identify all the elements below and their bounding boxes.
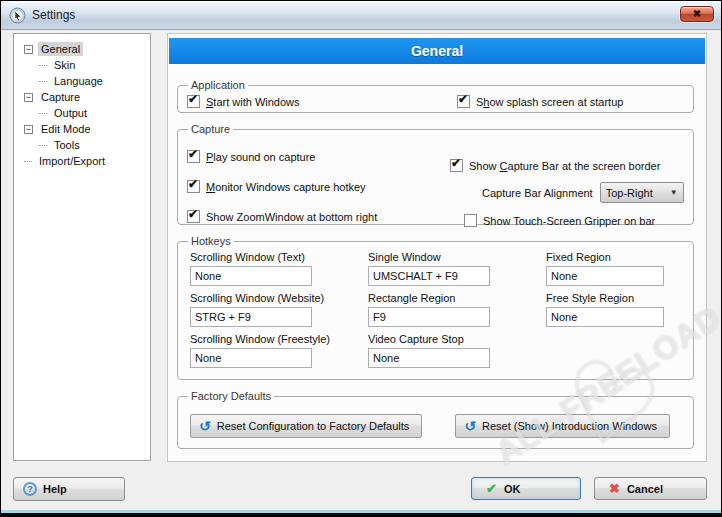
- capture-group-legend: Capture: [188, 123, 233, 135]
- hotkey-label: Free Style Region: [546, 292, 685, 304]
- tree-item-label: Edit Mode: [38, 122, 94, 136]
- ok-check-icon: ✔: [486, 481, 497, 496]
- dialog-content: − General Skin Language − Capture Output…: [1, 30, 721, 513]
- tree-connector: [39, 81, 47, 82]
- collapse-icon[interactable]: −: [24, 125, 33, 134]
- button-label: Reset (Show) Introduction Windows: [482, 420, 657, 432]
- hotkey-label: Single Window: [368, 251, 546, 263]
- tree-item-import-export[interactable]: Import/Export: [14, 153, 150, 169]
- button-label: OK: [504, 483, 521, 495]
- tree-item-label: Skin: [51, 58, 78, 72]
- check-icon: ✔: [458, 92, 468, 106]
- check-icon: ✔: [188, 207, 198, 221]
- tree-item-edit-mode[interactable]: − Edit Mode: [14, 121, 150, 137]
- reset-icon: ↺: [199, 419, 211, 433]
- hotkey-field-scrolling-text: Scrolling Window (Text): [190, 251, 368, 286]
- checkbox-box: ✔: [187, 150, 200, 163]
- application-group: Application ✔ Start with Windows ✔ Show …: [177, 79, 694, 113]
- hotkey-input-single-window[interactable]: [368, 266, 490, 286]
- collapse-icon[interactable]: −: [24, 45, 33, 54]
- close-button[interactable]: ✖: [680, 6, 714, 22]
- check-icon: ✔: [451, 156, 461, 170]
- checkbox-box: ✔: [457, 95, 470, 108]
- hotkey-input-scrolling-freestyle[interactable]: [190, 348, 312, 368]
- hotkey-field-scrolling-website: Scrolling Window (Website): [190, 292, 368, 327]
- checkbox-box: ✔: [187, 95, 200, 108]
- checkbox-play-sound[interactable]: ✔ Play sound on capture: [187, 148, 377, 165]
- tree-item-general[interactable]: − General: [14, 41, 150, 57]
- hotkey-input-free-style-region[interactable]: [546, 307, 664, 327]
- tree-item-output[interactable]: Output: [14, 105, 150, 121]
- factory-defaults-legend: Factory Defaults: [188, 390, 274, 402]
- check-icon: ✔: [188, 177, 198, 191]
- tree-item-label: Import/Export: [36, 154, 108, 168]
- check-icon: ✔: [188, 92, 198, 106]
- reset-introduction-windows-button[interactable]: ↺ Reset (Show) Introduction Windows: [455, 414, 670, 438]
- hotkey-input-scrolling-website[interactable]: [190, 307, 312, 327]
- checkbox-box: ✔: [187, 180, 200, 193]
- hotkey-field-video-capture-stop: Video Capture Stop: [368, 333, 546, 368]
- tree-connector: [24, 161, 32, 162]
- window-bottom-edge: [1, 510, 721, 513]
- reset-icon: ↺: [464, 419, 476, 433]
- hotkey-label: Rectangle Region: [368, 292, 546, 304]
- checkbox-box: ✔: [450, 159, 463, 172]
- app-icon: [9, 7, 26, 24]
- checkbox-label: Show Capture Bar at the screen border: [469, 160, 660, 172]
- button-label: Cancel: [627, 483, 663, 495]
- checkbox-monitor-hotkey[interactable]: ✔ Monitor Windows capture hotkey: [187, 178, 377, 195]
- hotkey-input-video-capture-stop[interactable]: [368, 348, 490, 368]
- tree-item-label: Output: [51, 106, 90, 120]
- help-button[interactable]: ? Help: [13, 477, 125, 501]
- settings-window: Settings ✖ − General Skin Language − Cap…: [0, 0, 722, 517]
- checkbox-show-zoomwindow[interactable]: ✔ Show ZoomWindow at bottom right: [187, 208, 377, 225]
- tree-item-label: General: [38, 42, 83, 56]
- settings-tree: − General Skin Language − Capture Output…: [13, 33, 151, 461]
- cancel-button[interactable]: ✖ Cancel: [594, 477, 707, 500]
- tree-item-skin[interactable]: Skin: [14, 57, 150, 73]
- title-bar[interactable]: Settings ✖: [1, 1, 721, 30]
- tree-connector: [39, 65, 47, 66]
- tree-item-label: Tools: [51, 138, 83, 152]
- hotkeys-group: Hotkeys Scrolling Window (Text) Single W…: [177, 235, 694, 380]
- tree-item-capture[interactable]: − Capture: [14, 89, 150, 105]
- dropdown-value: Top-Right: [606, 187, 653, 199]
- tree-connector: [39, 113, 47, 114]
- close-icon: ✖: [693, 9, 701, 19]
- hotkey-input-fixed-region[interactable]: [546, 266, 664, 286]
- cancel-x-icon: ✖: [609, 481, 620, 496]
- checkbox-touch-screen-gripper[interactable]: ✔ Show Touch-Screen Gripper on bar: [464, 212, 684, 229]
- capture-bar-alignment-select[interactable]: Top-Right ▼: [600, 182, 684, 203]
- tree-item-tools[interactable]: Tools: [14, 137, 150, 153]
- hotkey-field-fixed-region: Fixed Region: [546, 251, 685, 286]
- hotkey-label: Scrolling Window (Freestyle): [190, 333, 368, 345]
- tree-item-language[interactable]: Language: [14, 73, 150, 89]
- button-label: Help: [43, 483, 67, 495]
- hotkey-field-rectangle-region: Rectangle Region: [368, 292, 546, 327]
- check-icon: ✔: [188, 147, 198, 161]
- hotkey-field-scrolling-freestyle: Scrolling Window (Freestyle): [190, 333, 368, 368]
- checkbox-show-splash-screen[interactable]: ✔ Show splash screen at startup: [457, 93, 623, 110]
- hotkey-input-scrolling-text[interactable]: [190, 266, 312, 286]
- page-title: General: [411, 43, 463, 59]
- factory-defaults-group: Factory Defaults ↺ Reset Configuration t…: [177, 390, 694, 449]
- ok-button[interactable]: ✔ OK: [471, 477, 581, 500]
- tree-item-label: Capture: [38, 90, 83, 104]
- collapse-icon[interactable]: −: [24, 93, 33, 102]
- checkbox-show-capture-bar[interactable]: ✔ Show Capture Bar at the screen border: [450, 157, 684, 174]
- hotkey-input-rectangle-region[interactable]: [368, 307, 490, 327]
- settings-page-panel: General Application ✔ Start with Windows…: [167, 33, 707, 462]
- checkbox-label: Show ZoomWindow at bottom right: [206, 211, 377, 223]
- checkbox-label: Play sound on capture: [206, 151, 315, 163]
- checkbox-label: Start with Windows: [206, 96, 300, 108]
- reset-configuration-button[interactable]: ↺ Reset Configuration to Factory Default…: [190, 414, 422, 438]
- hotkey-label: Scrolling Window (Text): [190, 251, 368, 263]
- checkbox-box: ✔: [464, 214, 477, 227]
- hotkeys-group-legend: Hotkeys: [188, 235, 234, 247]
- checkbox-start-with-windows[interactable]: ✔ Start with Windows: [187, 93, 457, 110]
- application-group-legend: Application: [188, 79, 248, 91]
- help-icon: ?: [23, 482, 37, 496]
- tree-item-label: Language: [51, 74, 106, 88]
- hotkey-label: Video Capture Stop: [368, 333, 546, 345]
- button-label: Reset Configuration to Factory Defaults: [217, 420, 410, 432]
